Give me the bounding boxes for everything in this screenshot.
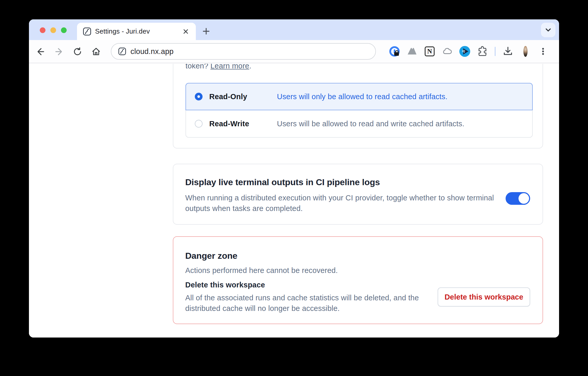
read-write-label: Read-Write: [209, 120, 277, 128]
onepassword-icon: [389, 46, 400, 57]
menu-dots-icon: [538, 47, 548, 56]
terminal-card-description: When running a distributed execution wit…: [185, 193, 516, 214]
read-only-option[interactable]: Read-Only Users will only be allowed to …: [185, 83, 533, 110]
reload-icon: [73, 47, 82, 57]
reload-button[interactable]: [72, 46, 83, 57]
forward-button[interactable]: [53, 46, 65, 57]
read-only-label: Read-Only: [209, 92, 277, 101]
extensions-button[interactable]: [477, 46, 488, 57]
read-write-description: Users will be allowed to read and write …: [277, 120, 464, 128]
toggle-knob: [519, 193, 529, 204]
nx-favicon-icon: [83, 27, 91, 36]
notion-extension-button[interactable]: N: [424, 46, 435, 57]
iq-badge: IQ: [462, 50, 465, 53]
danger-zone-title: Danger zone: [185, 251, 237, 261]
cloud-extension-button[interactable]: [442, 46, 453, 57]
nx-favicon-icon: [118, 47, 126, 56]
profile-button[interactable]: [520, 46, 531, 57]
radio-unselected-icon[interactable]: [195, 120, 203, 128]
video-iq-extension-button[interactable]: IQ: [459, 46, 470, 57]
read-only-description: Users will only be allowed to read cache…: [277, 92, 447, 101]
token-help-text: token? Learn more.: [185, 64, 251, 70]
extensions-puzzle-icon: [477, 46, 488, 57]
access-level-radio-group: Read-Only Users will only be allowed to …: [185, 83, 533, 138]
tab-close-icon[interactable]: [182, 28, 190, 35]
notion-icon: N: [425, 46, 435, 56]
back-button[interactable]: [35, 46, 46, 57]
close-window-button[interactable]: [40, 27, 45, 33]
delete-workspace-title: Delete this workspace: [185, 281, 265, 289]
new-tab-plus-icon: [202, 27, 210, 35]
vpn-mountain-icon: [406, 46, 418, 57]
read-write-option[interactable]: Read-Write Users will be allowed to read…: [185, 110, 533, 138]
forward-icon: [54, 47, 64, 57]
token-help-prefix: token?: [185, 64, 211, 70]
browser-tab[interactable]: Settings - Juri.dev: [77, 23, 196, 40]
home-button[interactable]: [90, 46, 102, 57]
toolbar-right-cluster: N IQ: [386, 44, 552, 59]
chevron-down-icon: [544, 26, 552, 34]
terminal-output-card: Display live terminal outputs in CI pipe…: [173, 164, 543, 225]
delete-workspace-button[interactable]: Delete this workspace: [438, 287, 530, 307]
danger-zone-subtitle: Actions performed here cannot be recover…: [185, 266, 338, 275]
zoom-window-button[interactable]: [61, 27, 67, 33]
back-icon: [36, 47, 45, 57]
profile-avatar: [523, 46, 528, 57]
danger-zone-card: Danger zone Actions performed here canno…: [173, 236, 543, 324]
terminal-card-title: Display live terminal outputs in CI pipe…: [185, 177, 380, 187]
url-text: cloud.nx.app: [130, 47, 174, 56]
delete-workspace-description: All of the associated runs and cache sta…: [185, 293, 444, 314]
tab-strip: Settings - Juri.dev: [29, 19, 559, 40]
browser-menu-button[interactable]: [537, 46, 549, 57]
vpn-extension-button[interactable]: [406, 46, 418, 57]
url-bar[interactable]: cloud.nx.app: [111, 43, 376, 60]
toolbar-separator: [495, 47, 496, 56]
browser-toolbar: cloud.nx.app N IQ: [29, 40, 559, 63]
terminal-output-toggle[interactable]: [506, 192, 530, 205]
cloud-icon: [442, 45, 453, 57]
home-icon: [91, 47, 101, 57]
radio-selected-icon[interactable]: [195, 93, 203, 100]
tab-title: Settings - Juri.dev: [95, 27, 182, 35]
page-content: token? Learn more. Read-Only Users will …: [29, 64, 559, 338]
download-icon: [502, 46, 513, 57]
tab-search-button[interactable]: [541, 23, 555, 37]
browser-window: Settings - Juri.dev: [29, 19, 559, 338]
token-help-suffix: .: [249, 64, 251, 70]
new-tab-button[interactable]: [198, 24, 214, 39]
play-iq-icon: IQ: [459, 46, 470, 57]
learn-more-link[interactable]: Learn more: [211, 64, 249, 70]
onepassword-extension-button[interactable]: [389, 46, 400, 57]
minimize-window-button[interactable]: [50, 27, 56, 33]
downloads-button[interactable]: [502, 46, 514, 57]
lock-icon: [394, 52, 399, 56]
